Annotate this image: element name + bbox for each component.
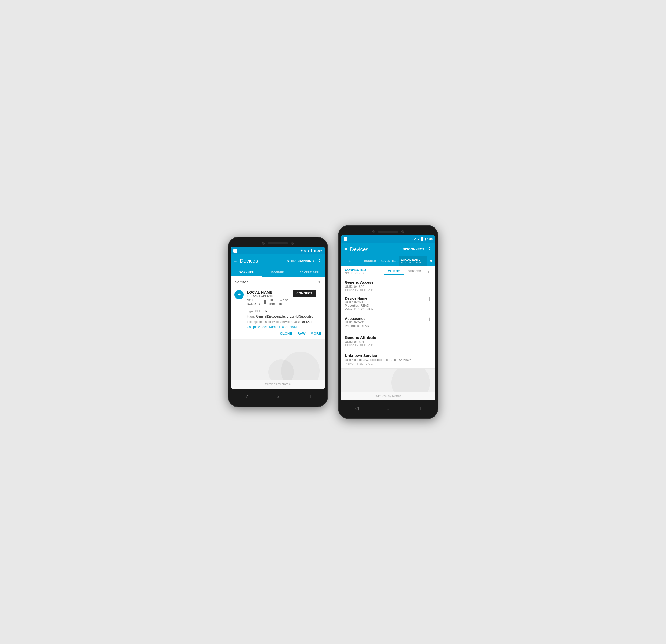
phone-1: ✦ ⊖ ▲ ▋ ▮ 6:07 ≡ Devices STOP SCANNING ⋮… (228, 237, 328, 407)
disconnect-button[interactable]: DISCONNECT (403, 248, 424, 251)
characteristic-appearance: Appearance UUID: 0x2A01 Properties: READ… (345, 314, 432, 329)
signal-icon-2: ▋ (421, 237, 423, 241)
detail-complete-name: Complete Local Name: LOCAL NAME (247, 324, 321, 329)
tabs-1: SCANNER BONDED ADVERTISER (231, 268, 325, 277)
char-value-device-name: Value: DEVICE NAME (345, 307, 425, 311)
filter-bar[interactable]: No filter ▼ (231, 277, 325, 287)
status-left-1 (233, 249, 237, 253)
client-tab[interactable]: CLIENT (384, 268, 404, 275)
char-download-device-name-icon[interactable]: ⬇ (425, 296, 432, 302)
recents-button-1[interactable]: □ (305, 393, 313, 400)
phone-1-bottom: ◁ ○ □ (231, 389, 325, 402)
device-details-1: Type: BLE only Flags: GeneralDiscoverabl… (234, 307, 321, 330)
app-bar-1: ≡ Devices STOP SCANNING ⋮ (231, 254, 325, 268)
battery-icon-1: ▮ (314, 249, 316, 252)
back-button-1[interactable]: ◁ (243, 393, 250, 400)
more-icon-2[interactable]: ⋮ (427, 247, 432, 252)
camera-2 (372, 230, 375, 233)
detail-uuids: Incomplete List of 16-bit Service UUIDs:… (247, 319, 321, 324)
android-icon-1 (233, 249, 237, 253)
device-card-1: ✦ LOCAL NAME FE:35:6D:74:C6:10 NOT BONDE… (231, 287, 325, 339)
status-bar-2: ✦ ⊖ ▲ ▋ ▮ 6:08 (341, 235, 435, 243)
status-right-1: ✦ ⊖ ▲ ▋ ▮ 6:07 (300, 249, 322, 252)
raw-button[interactable]: RAW (297, 332, 305, 336)
filter-arrow-icon: ▼ (318, 280, 321, 284)
app-bar-title-1: Devices (240, 258, 284, 264)
char-download-appearance-icon[interactable]: ⬇ (425, 317, 432, 322)
phones-container: ✦ ⊖ ▲ ▋ ▮ 6:07 ≡ Devices STOP SCANNING ⋮… (228, 225, 438, 419)
empty-area-1 (231, 339, 325, 380)
service-type-0: PRIMARY SERVICE (345, 289, 432, 292)
service-generic-access: Generic Access UUID: 0x1800 PRIMARY SERV… (341, 277, 435, 332)
android-icon-2 (344, 237, 347, 241)
tab-bonded-2[interactable]: BONDED (361, 256, 380, 266)
connect-button[interactable]: CONNECT (293, 290, 316, 297)
detail-type: Type: BLE only (247, 309, 321, 314)
service-name-2: Unknown Service (345, 353, 432, 358)
char-uuid-device-name: UUID: 0x2A00 (345, 300, 425, 304)
char-uuid-appearance: UUID: 0x2A01 (345, 321, 425, 324)
tab-close-button[interactable]: ✕ (427, 256, 435, 266)
char-info-device-name: Device Name UUID: 0x2A00 Properties: REA… (345, 296, 425, 311)
local-name-label: LOCAL NAME (401, 258, 420, 261)
app-bar-2: ≡ Devices DISCONNECT ⋮ (341, 243, 435, 256)
device-actions-1: CLONE RAW MORE (234, 329, 321, 336)
bluetooth-icon-1: ✦ (300, 249, 303, 252)
service-type-1: PRIMARY SERVICE (345, 344, 432, 347)
device-status-row-1: NOT BONDED ▋ -38 dBm ↔ 104 ms (247, 299, 290, 306)
tab-advertiser-1[interactable]: ADVERTISER (294, 268, 325, 277)
speaker-2 (378, 231, 399, 233)
device-more-icon[interactable]: ⋮ (317, 291, 321, 296)
tab-advertiser-2[interactable]: ADVERTISER (380, 256, 400, 266)
time-2: 6:08 (427, 237, 433, 240)
battery-icon-2: ▮ (424, 237, 426, 241)
interval-value-1: ↔ 104 ms (279, 299, 290, 306)
device-name-1: LOCAL NAME (247, 290, 290, 294)
not-bonded-label-1: NOT BONDED (247, 299, 262, 306)
services-list: Generic Access UUID: 0x1800 PRIMARY SERV… (341, 277, 435, 369)
footer-1: Wireless by Nordic (231, 380, 325, 389)
tab-bonded-1[interactable]: BONDED (262, 268, 294, 277)
home-button-2[interactable]: ○ (384, 405, 392, 412)
client-server-tabs: CLIENT SERVER ⋮ (384, 268, 432, 275)
rssi-value-1: -38 dBm (268, 299, 277, 306)
wifi-icon-1: ▲ (307, 249, 310, 252)
char-info-appearance: Appearance UUID: 0x2A01 Properties: READ (345, 317, 425, 328)
ble-icon-1: ✦ (234, 290, 244, 299)
service-uuid-2: UUID: 00001234-0000-1000-8000-00805f9b34… (345, 358, 432, 362)
server-tab[interactable]: SERVER (404, 268, 425, 275)
service-name-0: Generic Access (345, 280, 432, 284)
service-uuid-0: UUID: 0x1800 (345, 285, 432, 288)
hamburger-icon-2[interactable]: ≡ (344, 247, 347, 252)
recents-button-2[interactable]: □ (416, 405, 423, 412)
more-button[interactable]: MORE (311, 332, 321, 336)
stop-scanning-button[interactable]: STOP SCANNING (287, 259, 314, 263)
service-unknown: Unknown Service UUID: 00001234-0000-1000… (341, 350, 435, 369)
service-uuid-1: UUID: 0x1801 (345, 340, 432, 344)
cs-more-icon[interactable]: ⋮ (425, 269, 432, 274)
more-icon-1[interactable]: ⋮ (317, 258, 322, 264)
status-bar-1: ✦ ⊖ ▲ ▋ ▮ 6:07 (231, 247, 325, 254)
bluetooth-icon-2: ✦ (411, 237, 413, 241)
tab-scanner[interactable]: SCANNER (231, 268, 262, 277)
connect-btn-wrap: CONNECT ⋮ (293, 290, 321, 297)
home-button-1[interactable]: ○ (274, 393, 282, 400)
device-mac-1: FE:35:6D:74:C6:10 (247, 294, 290, 298)
characteristic-device-name: Device Name UUID: 0x2A00 Properties: REA… (345, 294, 432, 312)
back-button-2[interactable]: ◁ (353, 405, 361, 412)
local-name-tab[interactable]: LOCAL NAME FE:35:6D:74:C6:10 (400, 256, 427, 266)
device-info-1: LOCAL NAME FE:35:6D:74:C6:10 NOT BONDED … (247, 290, 290, 306)
hamburger-icon-1[interactable]: ≡ (234, 258, 237, 264)
char-name-device-name: Device Name (345, 296, 425, 300)
phone-2: ✦ ⊖ ▲ ▋ ▮ 6:08 ≡ Devices DISCONNECT ⋮ ER (338, 225, 438, 419)
camera-2b (402, 230, 404, 233)
tab-er[interactable]: ER (341, 256, 361, 266)
phone-1-top (231, 242, 325, 245)
clone-button[interactable]: CLONE (280, 332, 292, 336)
device-header-1: ✦ LOCAL NAME FE:35:6D:74:C6:10 NOT BONDE… (234, 290, 321, 306)
camera-1b (291, 242, 294, 245)
connected-bar: CONNECTED NOT BONDED CLIENT SERVER ⋮ (341, 266, 435, 277)
wifi-icon-2: ▲ (417, 237, 420, 240)
speaker-1 (267, 243, 288, 245)
empty-area-2 (341, 369, 435, 392)
